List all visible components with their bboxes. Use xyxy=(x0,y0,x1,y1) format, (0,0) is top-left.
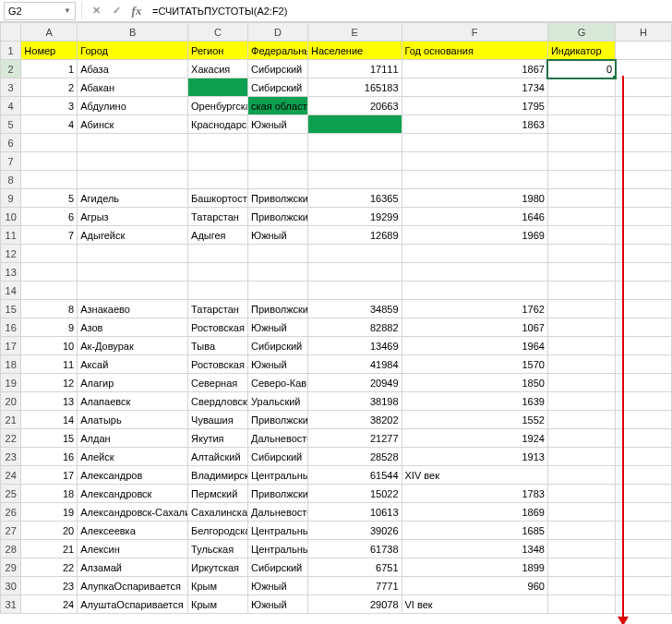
cell-fed[interactable]: Сибирский xyxy=(248,337,308,355)
fx-icon[interactable]: fx xyxy=(128,3,145,19)
row-header[interactable]: 5 xyxy=(1,115,21,134)
cell-year[interactable]: 1964 xyxy=(402,337,547,355)
cell-city[interactable]: Алексеевка xyxy=(78,522,188,540)
cell-region[interactable]: Сахалинская xyxy=(188,503,248,522)
cell-region[interactable] xyxy=(188,78,248,97)
cell-region[interactable]: Северная xyxy=(188,374,248,392)
cell-city[interactable]: Алдан xyxy=(78,429,188,448)
cell-num[interactable]: 5 xyxy=(21,189,78,208)
cell-num[interactable]: 16 xyxy=(21,448,78,466)
cell-fed[interactable]: Приволжский xyxy=(248,208,308,226)
cell-fed[interactable]: Южный xyxy=(248,115,308,134)
cell[interactable] xyxy=(21,245,78,263)
cell-pop[interactable]: 21277 xyxy=(307,429,402,448)
cell-region[interactable]: Крым xyxy=(188,595,248,614)
row-header[interactable]: 15 xyxy=(1,300,21,318)
cell-region[interactable]: Крым xyxy=(188,577,248,595)
col-header-H[interactable]: H xyxy=(616,23,672,42)
cell-indicator[interactable] xyxy=(547,595,615,614)
cell-indicator[interactable] xyxy=(547,577,615,595)
cell-region[interactable]: Чувашия xyxy=(188,411,248,429)
cell-indicator[interactable] xyxy=(547,300,615,318)
cell-region[interactable]: Алтайский xyxy=(188,448,248,466)
cell-year[interactable]: 1646 xyxy=(402,208,547,226)
cell[interactable] xyxy=(188,134,248,152)
cell-indicator[interactable] xyxy=(547,466,615,485)
cell-region[interactable]: Татарстан xyxy=(188,300,248,318)
cell-fed[interactable]: Южный xyxy=(248,577,308,595)
cell-city[interactable]: Александров xyxy=(78,466,188,485)
select-all-corner[interactable] xyxy=(1,23,21,42)
cell[interactable] xyxy=(402,263,547,282)
cell-indicator[interactable] xyxy=(547,189,615,208)
cell-indicator[interactable] xyxy=(547,97,615,115)
row-header[interactable]: 23 xyxy=(1,448,21,466)
header-cell-B[interactable]: Город xyxy=(78,42,188,60)
row-header[interactable]: 30 xyxy=(1,577,21,595)
cell-num[interactable]: 2 xyxy=(21,78,78,97)
cell-indicator[interactable] xyxy=(547,355,615,374)
cell-num[interactable]: 19 xyxy=(21,503,78,522)
cell-fed[interactable]: Южный xyxy=(248,595,308,614)
cell-pop[interactable]: 28528 xyxy=(307,448,402,466)
cell-indicator[interactable] xyxy=(547,503,615,522)
cell-pop[interactable]: 38202 xyxy=(307,411,402,429)
row-header[interactable]: 7 xyxy=(1,152,21,171)
cell[interactable] xyxy=(78,263,188,282)
cell-pop[interactable]: 20949 xyxy=(307,374,402,392)
cell-num[interactable]: 6 xyxy=(21,208,78,226)
cell-region[interactable]: Белгородская xyxy=(188,522,248,540)
cell-year[interactable]: 1762 xyxy=(402,300,547,318)
row-header[interactable]: 4 xyxy=(1,97,21,115)
cell[interactable] xyxy=(402,134,547,152)
cell[interactable] xyxy=(547,134,615,152)
cell-indicator[interactable] xyxy=(547,208,615,226)
row-header[interactable]: 16 xyxy=(1,318,21,337)
col-header-A[interactable]: A xyxy=(21,23,78,42)
cell-pop[interactable]: 10613 xyxy=(307,503,402,522)
cell-num[interactable]: 17 xyxy=(21,466,78,485)
cell-city[interactable]: Александровск xyxy=(78,485,188,503)
cell[interactable] xyxy=(21,134,78,152)
cell-year[interactable]: 1348 xyxy=(402,540,547,558)
cell-fed[interactable]: Сибирский xyxy=(248,448,308,466)
cell-year[interactable]: XIV век xyxy=(402,466,547,485)
cell-indicator[interactable] xyxy=(547,485,615,503)
row-header[interactable]: 2 xyxy=(1,60,21,78)
cell-city[interactable]: Алатырь xyxy=(78,411,188,429)
row-header[interactable]: 24 xyxy=(1,466,21,485)
cell[interactable] xyxy=(78,245,188,263)
cell-fed[interactable]: Дальневосточный xyxy=(248,429,308,448)
cell-year[interactable]: 1867 xyxy=(402,60,547,78)
cell[interactable] xyxy=(547,152,615,171)
row-header[interactable]: 28 xyxy=(1,540,21,558)
cell-indicator[interactable] xyxy=(547,374,615,392)
cell-fed[interactable]: Центральный xyxy=(248,466,308,485)
cell-city[interactable]: АлупкаОспаривается xyxy=(78,577,188,595)
cell-region[interactable]: Краснодарский xyxy=(188,115,248,134)
cell-city[interactable]: Адыгейск xyxy=(78,226,188,245)
cell-fed[interactable]: Центральный xyxy=(248,540,308,558)
cell[interactable] xyxy=(616,42,672,60)
cell-region[interactable]: Хакасия xyxy=(188,60,248,78)
header-cell-D[interactable]: Федеральный xyxy=(248,42,308,60)
row-header[interactable]: 10 xyxy=(1,208,21,226)
col-header-E[interactable]: E xyxy=(307,23,402,42)
cell-city[interactable]: Азов xyxy=(78,318,188,337)
cell[interactable] xyxy=(188,171,248,189)
row-header[interactable]: 31 xyxy=(1,595,21,614)
cell-num[interactable]: 10 xyxy=(21,337,78,355)
cell-indicator[interactable] xyxy=(547,522,615,540)
cell-region[interactable]: Оренбургская xyxy=(188,97,248,115)
cell-year[interactable]: 1980 xyxy=(402,189,547,208)
formula-input[interactable] xyxy=(149,2,668,20)
row-header[interactable]: 25 xyxy=(1,485,21,503)
cell[interactable] xyxy=(547,171,615,189)
cell-num[interactable]: 13 xyxy=(21,392,78,411)
header-cell-G[interactable]: Индикатор xyxy=(547,42,615,60)
cell-city[interactable]: АлуштаОспаривается xyxy=(78,595,188,614)
row-header[interactable]: 17 xyxy=(1,337,21,355)
cell-num[interactable]: 8 xyxy=(21,300,78,318)
cell-indicator[interactable] xyxy=(547,337,615,355)
cell[interactable] xyxy=(248,245,308,263)
